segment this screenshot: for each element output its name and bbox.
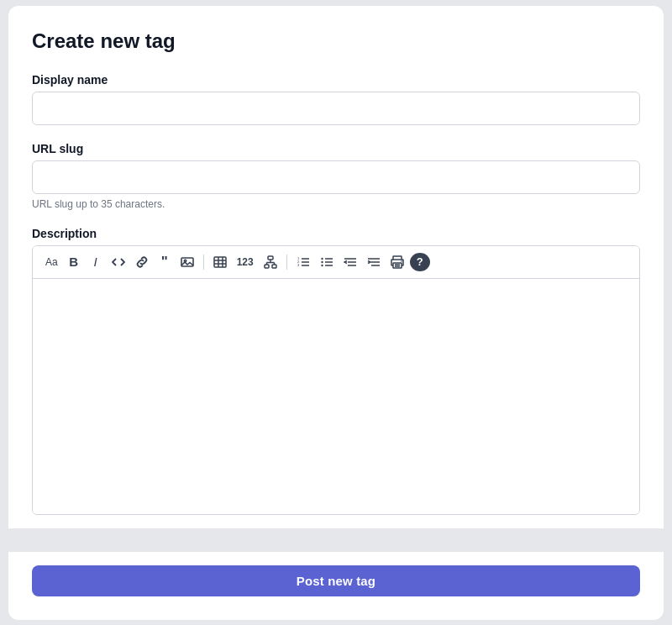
svg-rect-8 [265, 265, 269, 268]
description-textarea[interactable] [33, 279, 639, 514]
display-name-label: Display name [32, 73, 640, 87]
toolbar-image-button[interactable] [176, 251, 198, 273]
create-tag-card: Create new tag Display name URL slug URL… [8, 6, 664, 620]
url-slug-hint: URL slug up to 35 characters. [32, 198, 640, 210]
toolbar-ordered-list-button[interactable]: 1 2 3 [292, 251, 314, 273]
toolbar-hierarchy-button[interactable] [260, 251, 281, 273]
post-new-tag-button[interactable]: Post new tag [32, 565, 640, 596]
toolbar-print-button[interactable] [386, 251, 408, 273]
footer-bar [8, 528, 664, 552]
display-name-field-group: Display name [32, 73, 640, 125]
svg-rect-33 [393, 263, 402, 268]
toolbar-help-button[interactable]: ? [410, 253, 430, 271]
toolbar-italic-button[interactable]: I [86, 251, 106, 273]
toolbar-quote-button[interactable]: " [155, 251, 175, 273]
svg-point-25 [321, 264, 323, 265]
toolbar-table-button[interactable] [209, 251, 231, 273]
toolbar-link-button[interactable] [131, 251, 153, 273]
svg-point-23 [321, 257, 323, 259]
page-title: Create new tag [32, 29, 640, 53]
description-field-group: Description Aa B I [32, 227, 640, 515]
url-slug-field-group: URL slug URL slug up to 35 characters. [32, 142, 640, 210]
toolbar-indent-decrease-button[interactable] [339, 251, 361, 273]
toolbar-divider-2 [286, 255, 287, 270]
toolbar-divider-1 [203, 255, 204, 270]
toolbar-unordered-list-button[interactable] [316, 251, 338, 273]
toolbar-bold-button[interactable]: B [64, 251, 84, 273]
svg-rect-7 [268, 256, 273, 260]
display-name-input[interactable] [32, 92, 640, 125]
editor-toolbar: Aa B I " [33, 246, 639, 279]
description-label: Description [32, 227, 640, 240]
url-slug-input[interactable] [32, 160, 640, 194]
svg-point-24 [321, 260, 323, 262]
url-slug-label: URL slug [32, 142, 640, 155]
toolbar-indent-increase-button[interactable] [363, 251, 385, 273]
toolbar-font-size-button[interactable]: Aa [41, 251, 62, 273]
toolbar-code-button[interactable] [108, 251, 129, 273]
toolbar-number-button[interactable]: 123 [233, 251, 258, 273]
svg-point-36 [401, 260, 402, 262]
svg-rect-2 [214, 257, 226, 267]
svg-rect-32 [393, 256, 402, 260]
svg-rect-9 [272, 265, 276, 268]
svg-text:3: 3 [297, 263, 300, 267]
description-editor: Aa B I " [32, 245, 640, 515]
